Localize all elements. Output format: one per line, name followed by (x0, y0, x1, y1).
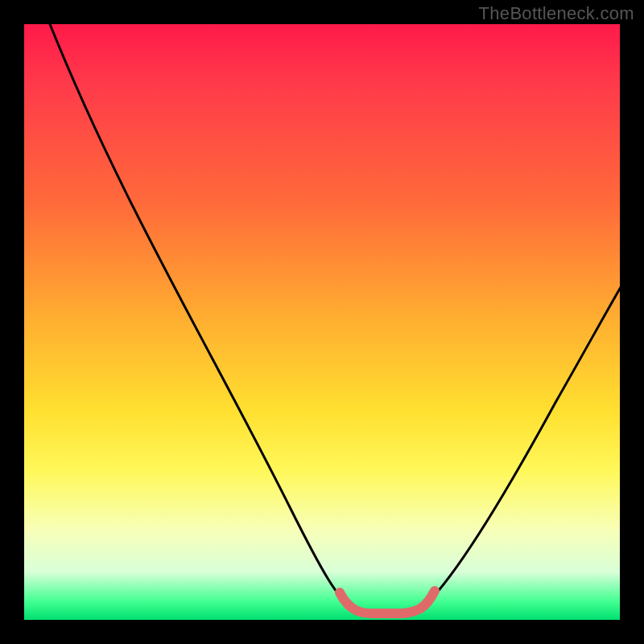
chart-svg (24, 24, 620, 620)
flat-bottom-highlight (340, 591, 435, 613)
chart-frame: TheBottleneck.com (0, 0, 644, 644)
main-curve (48, 20, 624, 613)
plot-area (24, 24, 620, 620)
watermark-text: TheBottleneck.com (479, 3, 634, 24)
